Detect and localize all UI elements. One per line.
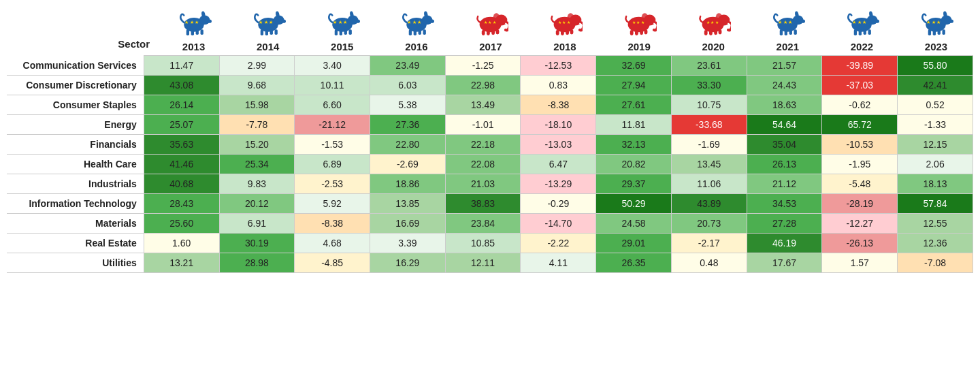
data-cell-2019: 26.35 <box>596 253 672 273</box>
donkey-icon: ★ ★ ★ <box>399 7 434 39</box>
data-cell-2018: -8.38 <box>521 95 596 115</box>
table-row: Energy25.07-7.78-21.1227.36-1.01-18.1011… <box>7 115 973 135</box>
sector-name-cell: Consumer Discretionary <box>7 76 144 95</box>
elephant-icon: ★ ★ ★ <box>696 7 731 39</box>
table-row: Financials35.6315.20-1.5322.8022.18-13.0… <box>7 135 973 155</box>
data-cell-2016: 6.03 <box>370 76 446 95</box>
data-cell-2023: 55.80 <box>898 56 973 76</box>
data-cell-2014: 9.68 <box>219 76 295 95</box>
svg-rect-33 <box>418 29 421 35</box>
svg-rect-83 <box>864 29 866 35</box>
svg-rect-72 <box>780 29 783 35</box>
data-cell-2016: 13.85 <box>370 194 446 214</box>
year-headers: ★ ★ ★ 2013 ★ ★ ★ 2014 <box>157 7 973 52</box>
data-cell-2017: -1.25 <box>445 56 521 76</box>
data-cell-2015: -8.38 <box>295 214 370 234</box>
svg-rect-84 <box>868 29 871 35</box>
data-cell-2015: 6.60 <box>295 95 370 115</box>
svg-rect-42 <box>496 29 500 34</box>
data-cell-2015: 3.40 <box>295 56 370 76</box>
svg-rect-56 <box>635 30 638 35</box>
data-cell-2019: 20.82 <box>596 155 672 174</box>
svg-rect-23 <box>339 29 342 35</box>
elephant-icon: ★ ★ ★ <box>473 7 508 39</box>
data-cell-2023: 12.15 <box>898 135 973 155</box>
data-cell-2021: 26.13 <box>747 155 822 174</box>
svg-rect-15 <box>270 29 272 35</box>
data-cell-2018: -12.53 <box>521 56 596 76</box>
svg-rect-65 <box>714 30 717 35</box>
svg-rect-13 <box>260 29 263 35</box>
year-label-2018: 2018 <box>553 41 576 52</box>
data-cell-2021: 24.43 <box>747 76 822 95</box>
data-cell-2016: 16.69 <box>370 214 446 234</box>
data-cell-2023: 18.13 <box>898 174 973 194</box>
data-cell-2014: 2.99 <box>219 56 295 76</box>
data-cell-2019: 32.69 <box>596 56 672 76</box>
svg-rect-57 <box>640 30 643 35</box>
data-cell-2023: -7.08 <box>898 253 973 273</box>
main-container: Sector ★ ★ ★ 2013 <box>7 7 973 273</box>
data-cell-2020: 43.89 <box>671 194 747 214</box>
year-header-2022: ★ ★ ★ 2022 <box>825 7 899 52</box>
year-label-2021: 2021 <box>777 41 799 52</box>
sector-name-cell: Health Care <box>7 155 144 174</box>
data-cell-2022: 1.57 <box>822 253 898 273</box>
sector-name-cell: Financials <box>7 135 144 155</box>
donkey-icon: ★ ★ ★ <box>844 7 879 39</box>
data-cell-2014: 15.98 <box>219 95 295 115</box>
svg-rect-34 <box>423 29 425 35</box>
data-cell-2016: 5.38 <box>370 95 446 115</box>
donkey-icon: ★ ★ ★ <box>176 7 212 39</box>
data-cell-2022: -5.48 <box>822 174 898 194</box>
data-cell-2023: 12.36 <box>898 234 973 253</box>
sector-name-cell: Materials <box>7 214 144 234</box>
table-row: Industrials40.689.83-2.5318.8621.03-13.2… <box>7 174 973 194</box>
svg-rect-90 <box>928 29 931 35</box>
sector-name-cell: Real Estate <box>7 234 144 253</box>
data-cell-2023: 12.55 <box>898 214 973 234</box>
data-cell-2022: 65.72 <box>822 115 898 135</box>
svg-rect-91 <box>933 29 936 35</box>
data-cell-2017: 22.18 <box>445 135 521 155</box>
data-cell-2019: 29.01 <box>596 234 672 253</box>
data-cell-2019: 29.37 <box>596 174 672 194</box>
data-cell-2021: 34.53 <box>747 194 822 214</box>
svg-text:★ ★ ★: ★ ★ ★ <box>558 20 571 25</box>
svg-rect-16 <box>274 29 277 35</box>
year-label-2020: 2020 <box>702 41 725 52</box>
data-cell-2018: 0.83 <box>521 76 596 95</box>
year-label-2023: 2023 <box>925 41 947 52</box>
data-cell-2017: 21.03 <box>445 174 521 194</box>
data-cell-2020: 10.75 <box>671 95 747 115</box>
svg-rect-93 <box>943 29 945 35</box>
svg-rect-66 <box>719 29 722 34</box>
data-cell-2022: -1.95 <box>822 155 898 174</box>
data-cell-2017: 13.49 <box>445 95 521 115</box>
data-cell-2013: 28.43 <box>144 194 219 214</box>
data-table: Communication Services11.472.993.4023.49… <box>7 55 973 273</box>
data-cell-2017: 22.98 <box>445 76 521 95</box>
svg-rect-92 <box>938 29 941 35</box>
data-cell-2016: 18.86 <box>370 174 446 194</box>
data-cell-2020: -1.69 <box>671 135 747 155</box>
svg-point-2 <box>207 20 212 23</box>
year-header-2023: ★ ★ ★ 2023 <box>899 7 973 52</box>
data-cell-2018: -13.29 <box>521 174 596 194</box>
svg-point-70 <box>800 20 805 23</box>
data-cell-2019: 11.81 <box>596 115 672 135</box>
sector-name-cell: Consumer Staples <box>7 95 144 115</box>
year-label-2022: 2022 <box>851 41 873 52</box>
data-cell-2020: 23.61 <box>671 56 747 76</box>
data-cell-2017: 12.11 <box>445 253 521 273</box>
data-cell-2016: 3.39 <box>370 234 446 253</box>
svg-rect-22 <box>334 29 337 35</box>
data-cell-2020: 20.73 <box>671 214 747 234</box>
data-cell-2022: -10.53 <box>822 135 898 155</box>
svg-text:★ ★ ★: ★ ★ ★ <box>184 20 199 25</box>
table-row: Communication Services11.472.993.4023.49… <box>7 56 973 76</box>
data-cell-2018: -13.03 <box>521 135 596 155</box>
data-cell-2018: -2.22 <box>521 234 596 253</box>
year-label-2014: 2014 <box>257 41 279 52</box>
data-cell-2022: -26.13 <box>822 234 898 253</box>
